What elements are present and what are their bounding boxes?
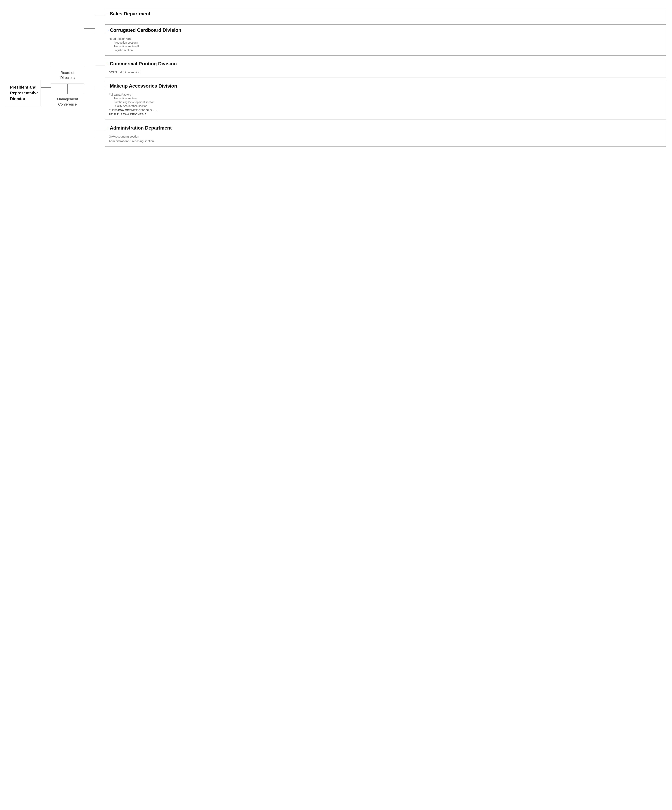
- org-chart: President and Representative Director Bo…: [6, 8, 666, 149]
- division-box-admin: · Administration Department GA/Accountin…: [105, 122, 666, 147]
- division-row-sales: · Sales Department: [95, 8, 666, 22]
- head-office-label: Head office/Plant: [109, 37, 663, 40]
- sales-bullet: ·: [108, 12, 109, 16]
- division-box-makeup: · Makeup Accessories Division Fujisawa F…: [105, 80, 666, 120]
- prod-section-1: Production section I: [109, 41, 663, 44]
- division-box-sales: · Sales Department: [105, 8, 666, 22]
- makeup-prod-section: Production section: [109, 97, 663, 100]
- makeup-title: Makeup Accessories Division: [110, 83, 177, 89]
- management-label: ManagementConference: [57, 97, 78, 106]
- makeup-content: Fujisawa Factory Production section Purc…: [105, 91, 666, 117]
- makeup-bullet: ·: [108, 84, 109, 88]
- mid-section: Board ofDirectors ManagementConference: [51, 67, 84, 110]
- h-connector-mid-right: [84, 29, 95, 29]
- division-row-commercial: · Commercial Printing Division DTP/Produ…: [95, 58, 666, 78]
- quality-section: Quality Assuarance section: [109, 105, 663, 108]
- division-box-commercial: · Commercial Printing Division DTP/Produ…: [105, 58, 666, 78]
- admin-content: GA/Accounting section Administration/Pur…: [105, 133, 666, 143]
- h-line-commercial: [95, 66, 105, 66]
- h-line-corrugated: [95, 32, 105, 32]
- management-box: ManagementConference: [51, 94, 84, 110]
- prod-section-2: Production section II: [109, 45, 663, 48]
- h-line-sales: [95, 15, 105, 16]
- logistic-section: Logistic section: [109, 49, 663, 52]
- purchasing-dev-section: Purchasing/Development section: [109, 101, 663, 104]
- h-connector-pres-mid: [41, 87, 51, 88]
- division-row-makeup: · Makeup Accessories Division Fujisawa F…: [95, 80, 666, 120]
- board-box: Board ofDirectors: [51, 67, 84, 84]
- president-box: President and Representative Director: [6, 80, 41, 106]
- division-row-corrugated: · Corrugated Cardboard Division Head off…: [95, 24, 666, 56]
- admin-bullet: ·: [108, 126, 109, 130]
- ga-accounting: GA/Accounting section: [109, 135, 663, 138]
- divisions-column: · Sales Department · Corrugated Cardboar…: [95, 8, 666, 149]
- corrugated-content: Head office/Plant Production section I P…: [105, 35, 666, 52]
- commercial-title: Commercial Printing Division: [110, 61, 177, 67]
- fujisawa-cosmetic: FUJISAWA COSMETIC TOOLS K.K.: [109, 108, 663, 112]
- fujisawa-factory-label: Fujisawa Factory: [109, 93, 663, 96]
- h-line-admin: [95, 130, 105, 130]
- commercial-content: DTP/Production section: [105, 69, 666, 75]
- commercial-bullet: ·: [108, 62, 109, 66]
- h-line-makeup: [95, 88, 105, 88]
- vertical-branch: [95, 15, 95, 139]
- president-label: President and Representative Director: [10, 85, 39, 101]
- division-row-admin: · Administration Department GA/Accountin…: [95, 122, 666, 147]
- board-label: Board ofDirectors: [60, 71, 74, 80]
- sales-title: Sales Department: [110, 11, 150, 17]
- corrugated-bullet: ·: [108, 28, 109, 32]
- admin-title: Administration Department: [110, 125, 172, 131]
- admin-purchasing: Administration/Purchasing section: [109, 139, 663, 143]
- corrugated-title: Corrugated Cardboard Division: [110, 27, 181, 33]
- v-line-board-mgmt: [68, 84, 68, 94]
- pt-fujisawa: PT. FUJISAWA INDONESIA: [109, 113, 663, 116]
- dtp-section: DTP/Production section: [109, 71, 663, 74]
- division-box-corrugated: · Corrugated Cardboard Division Head off…: [105, 24, 666, 56]
